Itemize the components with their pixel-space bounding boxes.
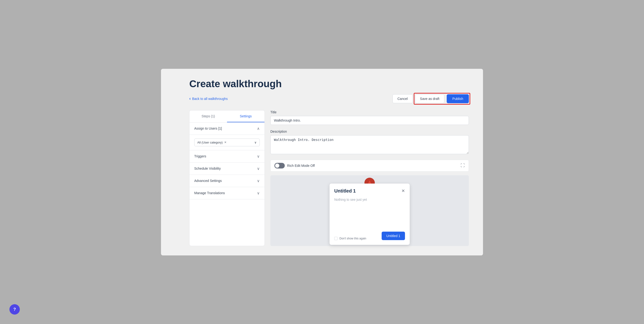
accordion-triggers: Triggers ∨ bbox=[190, 150, 264, 162]
accordion-assign-users-content: All (User category) ✕ ∨ bbox=[190, 135, 264, 150]
rich-edit-left: Rich Edit Mode Off bbox=[274, 163, 315, 168]
title-label: Title bbox=[270, 110, 469, 114]
description-textarea[interactable] bbox=[270, 135, 469, 154]
chevron-down-icon: ∨ bbox=[257, 178, 260, 183]
rich-edit-bar: Rich Edit Mode Off ⛶ bbox=[270, 160, 469, 172]
right-panel: Title Description Rich Edit Mode Off ⛶ bbox=[270, 110, 469, 246]
chevron-down-icon: ∨ bbox=[254, 141, 257, 144]
rich-edit-label: Rich Edit Mode Off bbox=[287, 164, 315, 168]
back-to-walkthroughs-link[interactable]: Back to all walkthroughs bbox=[189, 96, 228, 101]
description-label: Description bbox=[270, 130, 469, 133]
user-category-label: All (User category) bbox=[197, 141, 223, 144]
accordion-schedule-visibility: Schedule Visibility ∨ bbox=[190, 162, 264, 175]
accordion-manage-translations-header[interactable]: Manage Translations ∨ bbox=[190, 187, 264, 199]
accordion-schedule-visibility-header[interactable]: Schedule Visibility ∨ bbox=[190, 162, 264, 174]
walkthrough-card: Untitled 1 ✕ Nothing to see just yet Unt… bbox=[330, 184, 410, 245]
chevron-up-icon: ∧ bbox=[257, 126, 260, 131]
user-category-select[interactable]: All (User category) ✕ ∨ bbox=[194, 138, 260, 146]
tabs-header: Steps (1) Settings bbox=[190, 110, 264, 122]
card-title: Untitled 1 bbox=[334, 188, 356, 194]
accordion-assign-users-header[interactable]: Assign to Users [1] ∧ bbox=[190, 122, 264, 135]
preview-area: Untitled 1 ✕ Nothing to see just yet Unt… bbox=[270, 175, 469, 246]
description-field-group: Description bbox=[270, 130, 469, 155]
chevron-down-icon: ∨ bbox=[257, 166, 260, 171]
rich-edit-toggle[interactable] bbox=[274, 163, 285, 168]
expand-icon[interactable]: ⛶ bbox=[460, 163, 465, 168]
accordion-assign-users: Assign to Users [1] ∧ All (User category… bbox=[190, 122, 264, 150]
help-button[interactable]: ? bbox=[10, 304, 20, 314]
accordion-triggers-header[interactable]: Triggers ∨ bbox=[190, 150, 264, 162]
tab-steps[interactable]: Steps (1) bbox=[190, 110, 227, 122]
card-action-button[interactable]: Untitled 1 bbox=[382, 232, 405, 240]
cancel-button[interactable]: Cancel bbox=[392, 94, 413, 103]
chevron-down-icon: ∨ bbox=[257, 191, 260, 195]
publish-button[interactable]: Publish bbox=[447, 94, 469, 103]
title-input[interactable] bbox=[270, 116, 469, 125]
card-checkbox-row: Don't show this again bbox=[334, 237, 366, 240]
card-close-icon[interactable]: ✕ bbox=[402, 188, 405, 194]
card-empty-text: Nothing to see just yet bbox=[334, 198, 367, 202]
remove-user-tag-icon[interactable]: ✕ bbox=[224, 141, 226, 144]
top-actions: Cancel Save as draft Publish bbox=[392, 94, 469, 103]
dont-show-checkbox[interactable] bbox=[334, 237, 338, 240]
chevron-down-icon: ∨ bbox=[257, 154, 260, 158]
save-as-draft-button[interactable]: Save as draft bbox=[415, 94, 444, 103]
accordion-advanced-settings: Advanced Settings ∨ bbox=[190, 175, 264, 187]
accordion-manage-translations: Manage Translations ∨ bbox=[190, 187, 264, 199]
tab-settings[interactable]: Settings bbox=[227, 110, 264, 122]
accordion-advanced-settings-header[interactable]: Advanced Settings ∨ bbox=[190, 175, 264, 187]
dont-show-label: Don't show this again bbox=[340, 237, 366, 240]
title-field-group: Title bbox=[270, 110, 469, 125]
left-panel: Steps (1) Settings Assign to Users [1] ∧ bbox=[189, 110, 265, 246]
card-title-row: Untitled 1 ✕ bbox=[334, 188, 405, 194]
page-title: Create walkthrough bbox=[189, 78, 469, 90]
